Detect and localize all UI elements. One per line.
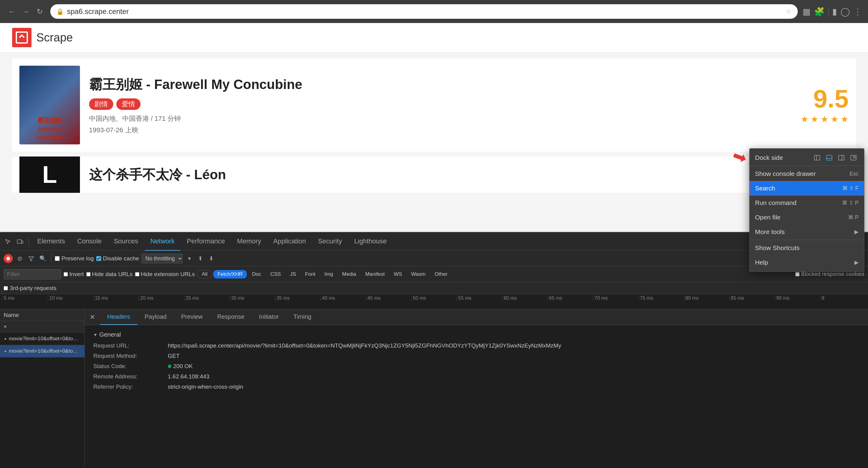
detail-tab-response[interactable]: Response [210,309,252,325]
export-icon[interactable]: ⬇ [207,254,215,263]
reload-button[interactable]: ↻ [34,6,45,17]
preserve-log-checkbox[interactable] [55,256,60,261]
cm-show-console[interactable]: Show console drawer Esc [750,167,864,181]
search-network-icon[interactable]: 🔍 [38,254,47,263]
cm-show-shortcuts[interactable]: Show Shortcuts [750,241,864,255]
dock-right-icon[interactable] [836,154,846,162]
star-1: ★ [801,114,809,125]
mark-5ms: 5 ms [2,296,48,301]
cm-run-command[interactable]: Run command ⌘ ⇧ P [750,196,864,210]
dock-side-label: Dock side [755,154,783,161]
filter-css[interactable]: CSS [266,270,285,278]
throttle-select[interactable]: No throttling [142,254,183,263]
detail-tabs: ✕ Headers Payload Preview Response Initi… [85,309,868,325]
detail-tab-headers[interactable]: Headers [100,309,137,325]
hide-data-urls-checkbox[interactable] [86,272,91,276]
filter-font[interactable]: Font [301,270,319,278]
hide-extension-urls-checkbox[interactable] [135,272,139,276]
disable-cache-label[interactable]: Disable cache [96,255,139,262]
blocked-cookies-label[interactable]: Blocked response cookies [795,271,864,277]
dock-undock-icon[interactable] [848,154,859,162]
invert-checkbox[interactable] [64,272,68,276]
close-detail-btn[interactable]: ✕ [85,309,100,325]
filter-all[interactable]: All [197,270,212,278]
import-icon[interactable]: ⬆ [196,254,205,263]
devtools-main: movie?limit=10&offset=0&token=NT... Name… [0,309,868,468]
address-bar[interactable]: 🔒 spa6.scrape.center ☆ [50,4,798,19]
third-party-checkbox[interactable] [4,286,8,290]
profile-icon[interactable]: ◯ [840,7,850,16]
svg-rect-3 [814,155,820,160]
status-dot [168,365,172,368]
third-party-label[interactable]: 3rd-party requests [4,285,56,292]
filter-doc[interactable]: Doc [248,270,265,278]
tab-lighthouse[interactable]: Lighthouse [349,233,392,250]
lock-icon: 🔒 [56,8,64,15]
tab-console[interactable]: Console [72,233,107,250]
detail-content: ▼ General Request URL: https://spa6.scra… [85,325,868,468]
disable-cache-checkbox[interactable] [96,256,101,261]
dock-left-icon[interactable] [812,154,822,162]
star-4: ★ [831,114,839,125]
tab-performance[interactable]: Performance [181,233,230,250]
inspect-tool[interactable] [2,236,13,247]
detail-tab-initiator[interactable]: Initiator [252,309,286,325]
forward-button[interactable]: → [20,6,31,17]
star-3: ★ [820,114,829,125]
tab-network[interactable]: Network [145,233,180,250]
run-command-shortcut: ⌘ ⇧ P [842,200,859,206]
filter-js[interactable]: JS [286,270,300,278]
mark-25ms: 25 ms [184,296,229,301]
star-icon[interactable]: ☆ [786,7,792,15]
help-arrow: ▶ [855,259,859,266]
tab-group-icon[interactable]: ▮ [832,7,837,16]
tab-memory[interactable]: Memory [232,233,267,250]
movie-date-1: 1993-07-26 上映 [89,126,785,135]
detail-tab-preview[interactable]: Preview [174,309,210,325]
record-btn[interactable] [4,254,13,263]
collapse-arrow[interactable]: ▼ [93,332,97,337]
tab-application[interactable]: Application [268,233,311,250]
request-item-1[interactable]: ● movie?limit=10&offset=0&token=NT... [0,333,85,345]
more-tools-arrow: ▶ [855,229,859,235]
cm-more-tools[interactable]: More tools ▶ [750,225,864,239]
remote-address-row: Remote Address: 1.62.64.108:443 [93,373,860,380]
hide-data-urls-label[interactable]: Hide data URLs [86,271,133,277]
blocked-cookies-checkbox[interactable] [795,272,800,276]
filter-other[interactable]: Other [431,270,452,278]
menu-icon[interactable]: ⋮ [854,7,862,16]
status-code-row: Status Code: 200 OK [93,363,860,370]
cm-open-file[interactable]: Open file ⌘ P [750,210,864,225]
mark-90ms: 90 ms [775,296,820,301]
network-conditions-icon[interactable]: ▾ [185,254,193,263]
filter-input[interactable] [4,269,61,279]
dock-bottom-icon[interactable] [824,154,834,162]
clear-btn[interactable]: ⊘ [15,254,24,263]
filter-manifest[interactable]: Manifest [361,270,389,278]
extensions-puzzle-icon[interactable]: 🧩 [814,7,825,16]
movie-info-1: 霸王别姬 - Farewell My Concubine 剧情 爱情 中国内地、… [89,76,785,135]
cm-help[interactable]: Help ▶ [750,255,864,270]
detail-tab-payload[interactable]: Payload [137,309,174,325]
timeline: 5 ms 10 ms 15 ms 20 ms 25 ms 30 ms 35 ms… [0,294,868,309]
back-button[interactable]: ← [6,6,18,17]
hide-extension-urls-label[interactable]: Hide extension URLs [135,271,195,277]
divider [828,7,829,16]
tab-security[interactable]: Security [313,233,347,250]
tab-elements[interactable]: Elements [32,233,70,250]
request-item-2[interactable]: ● movie?limit=10&offset=0&token=NT... [0,345,85,358]
filter-media[interactable]: Media [338,270,360,278]
invert-label[interactable]: Invert [64,271,84,277]
filter-ws[interactable]: WS [390,270,406,278]
filter-fetch-xhr[interactable]: Fetch/XHR [213,270,247,278]
xhr-icon-1: ● [4,337,6,341]
filter-wasm[interactable]: Wasm [407,270,430,278]
preserve-log-label[interactable]: Preserve log [55,255,94,262]
extensions-icon[interactable]: ▦ [803,7,810,16]
filter-icon[interactable] [27,254,36,263]
cm-search[interactable]: Search ⌘ ⇧ F [750,181,864,196]
detail-tab-timing[interactable]: Timing [286,309,319,325]
responsive-tool[interactable] [14,236,26,247]
filter-img[interactable]: Img [320,270,337,278]
tab-sources[interactable]: Sources [108,233,144,250]
